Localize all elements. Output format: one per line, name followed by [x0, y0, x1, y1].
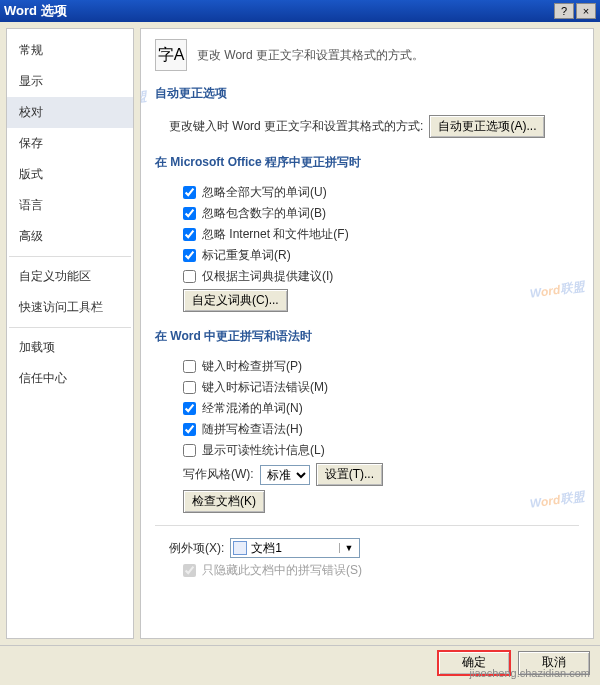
- label-main-dict-only: 仅根据主词典提供建议(I): [202, 268, 333, 285]
- page-description: 更改 Word 更正文字和设置其格式的方式。: [197, 47, 424, 64]
- recheck-document-button[interactable]: 检查文档(K): [183, 490, 265, 513]
- exceptions-label: 例外项(X):: [169, 540, 224, 557]
- check-main-dict-only[interactable]: [183, 270, 196, 283]
- sidebar-item-save[interactable]: 保存: [7, 128, 133, 159]
- sidebar-item-quick-access[interactable]: 快速访问工具栏: [7, 292, 133, 323]
- writing-style-select[interactable]: 标准: [260, 465, 310, 485]
- check-hide-spelling-errors: [183, 564, 196, 577]
- exceptions-value: 文档1: [251, 540, 282, 557]
- sidebar-item-general[interactable]: 常规: [7, 35, 133, 66]
- label-flag-repeated: 标记重复单词(R): [202, 247, 291, 264]
- document-icon: [233, 541, 247, 555]
- label-grammar-as-type: 键入时标记语法错误(M): [202, 379, 328, 396]
- content-pane: Word联盟 Word联盟 Word联盟 字A 更改 Word 更正文字和设置其…: [140, 28, 594, 639]
- autocorrect-desc: 更改键入时 Word 更正文字和设置其格式的方式:: [169, 118, 423, 135]
- sidebar-item-customize-ribbon[interactable]: 自定义功能区: [7, 261, 133, 292]
- label-ignore-uppercase: 忽略全部大写的单词(U): [202, 184, 327, 201]
- label-ignore-internet: 忽略 Internet 和文件地址(F): [202, 226, 349, 243]
- section-spell-office: 在 Microsoft Office 程序中更正拼写时: [155, 154, 579, 174]
- section-autocorrect: 自动更正选项: [155, 85, 579, 105]
- label-confused-words: 经常混淆的单词(N): [202, 400, 303, 417]
- sidebar-item-display[interactable]: 显示: [7, 66, 133, 97]
- check-ignore-internet[interactable]: [183, 228, 196, 241]
- source-watermark: jiaocheng.chazidian.com: [470, 667, 590, 679]
- sidebar: 常规 显示 校对 保存 版式 语言 高级 自定义功能区 快速访问工具栏 加载项 …: [6, 28, 134, 639]
- close-button[interactable]: ×: [576, 3, 596, 19]
- sidebar-item-advanced[interactable]: 高级: [7, 221, 133, 252]
- sidebar-item-trust-center[interactable]: 信任中心: [7, 363, 133, 394]
- proofing-icon: 字A: [155, 39, 187, 71]
- chevron-down-icon: ▼: [339, 543, 357, 553]
- check-grammar-as-type[interactable]: [183, 381, 196, 394]
- sidebar-item-layout[interactable]: 版式: [7, 159, 133, 190]
- check-ignore-numbers[interactable]: [183, 207, 196, 220]
- writing-style-label: 写作风格(W):: [183, 466, 254, 483]
- sidebar-item-addins[interactable]: 加载项: [7, 332, 133, 363]
- label-spell-as-type: 键入时检查拼写(P): [202, 358, 302, 375]
- check-confused-words[interactable]: [183, 402, 196, 415]
- help-button[interactable]: ?: [554, 3, 574, 19]
- label-readability: 显示可读性统计信息(L): [202, 442, 325, 459]
- autocorrect-options-button[interactable]: 自动更正选项(A)...: [429, 115, 545, 138]
- check-flag-repeated[interactable]: [183, 249, 196, 262]
- check-readability[interactable]: [183, 444, 196, 457]
- exceptions-combo[interactable]: 文档1 ▼: [230, 538, 360, 558]
- settings-button[interactable]: 设置(T)...: [316, 463, 383, 486]
- label-grammar-with-spell: 随拼写检查语法(H): [202, 421, 303, 438]
- label-hide-spelling-errors: 只隐藏此文档中的拼写错误(S): [202, 562, 362, 579]
- window-title: Word 选项: [4, 2, 552, 20]
- custom-dictionaries-button[interactable]: 自定义词典(C)...: [183, 289, 288, 312]
- check-ignore-uppercase[interactable]: [183, 186, 196, 199]
- section-spell-word: 在 Word 中更正拼写和语法时: [155, 328, 579, 348]
- check-spell-as-type[interactable]: [183, 360, 196, 373]
- sidebar-item-proofing[interactable]: 校对: [7, 97, 133, 128]
- sidebar-item-language[interactable]: 语言: [7, 190, 133, 221]
- check-grammar-with-spell[interactable]: [183, 423, 196, 436]
- label-ignore-numbers: 忽略包含数字的单词(B): [202, 205, 326, 222]
